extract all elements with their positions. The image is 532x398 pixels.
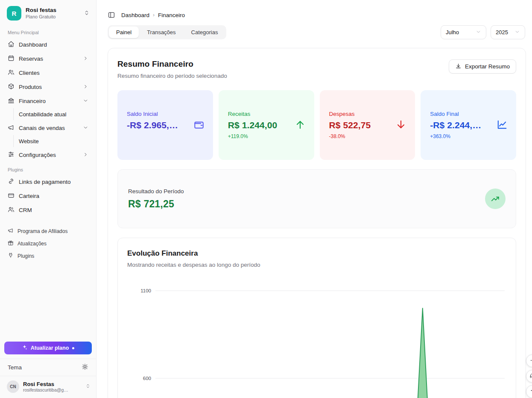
bank-icon bbox=[8, 97, 15, 105]
sidebar-item-carteira[interactable]: Carteira bbox=[3, 189, 93, 203]
sidebar-section-plugins: Plugins bbox=[0, 162, 96, 175]
stat-card-despesas: Despesas R$ 522,75 -38.0% bbox=[320, 90, 415, 160]
user-avatar: CN bbox=[7, 380, 19, 393]
svg-text:1100: 1100 bbox=[140, 288, 151, 293]
tab-painel[interactable]: Painel bbox=[109, 27, 139, 38]
evolution-subtitle: Mostrando receitas e despesas ao longo d… bbox=[127, 262, 506, 268]
workspace-name: Rosi festas bbox=[26, 7, 56, 14]
sidebar-item-label: Plugins bbox=[18, 253, 34, 259]
sidebar-item-configuracoes[interactable]: Configurações bbox=[3, 148, 93, 162]
chevron-right-icon bbox=[83, 56, 88, 62]
theme-label: Tema bbox=[8, 364, 22, 371]
sliders-icon bbox=[8, 151, 15, 159]
chevron-down-icon bbox=[83, 125, 88, 132]
svg-text:600: 600 bbox=[143, 376, 151, 381]
month-select-value: Julho bbox=[446, 29, 459, 35]
stat-delta: -38.0% bbox=[329, 133, 406, 139]
headphones-icon bbox=[529, 373, 532, 380]
period-result-label: Resultado do Período bbox=[128, 188, 184, 195]
sidebar-item-label: Carteira bbox=[19, 193, 39, 199]
period-result-value: R$ 721,25 bbox=[128, 198, 184, 210]
link-icon bbox=[8, 178, 15, 186]
chevron-down-icon bbox=[83, 98, 88, 105]
home-icon bbox=[8, 41, 15, 49]
month-select[interactable]: Julho bbox=[441, 25, 486, 39]
sidebar-item-links-de-pagamento[interactable]: Links de pagamento bbox=[3, 175, 93, 189]
workspace-switcher[interactable]: R Rosi festas Plano Gratuito bbox=[0, 0, 96, 25]
calendar-icon bbox=[8, 55, 15, 63]
gift-icon bbox=[8, 240, 14, 247]
sidebar-item-label: Contabilidade atual bbox=[19, 111, 66, 118]
sidebar-item-label: Dashboard bbox=[19, 41, 47, 48]
plug-icon bbox=[8, 252, 14, 259]
sidebar-toggle-icon[interactable] bbox=[108, 11, 115, 19]
stat-value: -R$ 2.244,… bbox=[430, 120, 498, 130]
sidebar-item-website[interactable]: Website bbox=[14, 135, 93, 147]
sidebar-item-atualizacoes[interactable]: Atualizações bbox=[3, 237, 93, 250]
year-select-value: 2025 bbox=[496, 29, 508, 35]
sparkles-icon bbox=[22, 345, 27, 351]
stat-card-receitas: Receitas R$ 1.244,00 +119.0% bbox=[219, 90, 314, 160]
user-menu[interactable]: CN Rosi Festas rosifestascuritiba@gm... bbox=[0, 376, 96, 398]
theme-row: Tema bbox=[0, 359, 96, 376]
users-icon bbox=[8, 69, 15, 77]
evolution-card: Evolução Financeira Mostrando receitas e… bbox=[117, 238, 516, 398]
stat-delta: +363.0% bbox=[430, 133, 507, 139]
breadcrumb: Dashboard › Financeiro bbox=[121, 12, 185, 18]
sidebar-item-dashboard[interactable]: Dashboard bbox=[3, 38, 93, 51]
sidebar-item-label: Links de pagamento bbox=[19, 179, 71, 185]
year-select[interactable]: 2025 bbox=[491, 25, 525, 39]
upgrade-plan-label: Atualizar plano bbox=[31, 345, 69, 351]
megaphone-icon bbox=[8, 124, 15, 132]
sidebar-item-canais-de-vendas[interactable]: Canais de vendas bbox=[3, 121, 93, 135]
sidebar-item-label: Canais de vendas bbox=[19, 125, 65, 131]
arrow-down-icon bbox=[395, 119, 406, 131]
sidebar-item-financeiro[interactable]: Financeiro bbox=[3, 94, 93, 108]
sidebar-item-produtos[interactable]: Produtos bbox=[3, 80, 93, 94]
stat-value: R$ 522,75 bbox=[329, 120, 398, 130]
megaphone-icon bbox=[8, 227, 14, 235]
sidebar: R Rosi festas Plano Gratuito Menu Princi… bbox=[0, 0, 96, 398]
financeiro-subgroup: Contabilidade atual bbox=[13, 108, 93, 120]
sidebar-item-clientes[interactable]: Clientes bbox=[3, 66, 93, 80]
sidebar-item-label: Atualizações bbox=[18, 241, 47, 247]
line-chart-icon bbox=[497, 119, 508, 131]
export-summary-label: Exportar Resumo bbox=[465, 63, 510, 70]
evolution-title: Evolução Financeira bbox=[127, 249, 506, 258]
user-name: Rosi Festas bbox=[23, 381, 70, 388]
financial-summary-card: Resumo Financeiro Resumo financeiro do p… bbox=[108, 48, 526, 398]
stat-label: Receitas bbox=[228, 111, 305, 117]
tab-categorias[interactable]: Categorias bbox=[184, 27, 225, 38]
upgrade-dot bbox=[72, 347, 74, 349]
stat-label: Despesas bbox=[329, 111, 406, 117]
sidebar-section-menu: Menu Principal bbox=[0, 25, 96, 38]
sidebar-item-crm[interactable]: CRM bbox=[3, 203, 93, 217]
tab-transacoes[interactable]: Transações bbox=[140, 27, 183, 38]
package-icon bbox=[8, 83, 15, 91]
stat-label: Saldo Final bbox=[430, 111, 507, 117]
stats-row: Saldo Inicial -R$ 2.965,… Receitas R$ 1.… bbox=[117, 90, 516, 160]
sidebar-item-label: CRM bbox=[19, 207, 32, 213]
period-result-card: Resultado do Período R$ 721,25 bbox=[117, 169, 516, 228]
sidebar-item-contabilidade-atual[interactable]: Contabilidade atual bbox=[14, 108, 93, 120]
trending-up-icon bbox=[485, 189, 506, 209]
breadcrumb-dashboard[interactable]: Dashboard bbox=[121, 12, 149, 18]
summary-title: Resumo Financeiro bbox=[117, 59, 227, 69]
evolution-chart: 1100600 bbox=[127, 278, 516, 398]
download-icon bbox=[455, 63, 462, 71]
upgrade-plan-button[interactable]: Atualizar plano bbox=[4, 342, 92, 354]
export-summary-button[interactable]: Exportar Resumo bbox=[449, 59, 516, 74]
sidebar-item-label: Produtos bbox=[19, 84, 42, 90]
main-content: Dashboard › Financeiro Painel Transações… bbox=[96, 0, 532, 398]
sun-icon[interactable] bbox=[82, 363, 88, 371]
sidebar-item-label: Clientes bbox=[19, 70, 40, 76]
wallet-icon bbox=[193, 119, 205, 131]
stat-delta: +119.0% bbox=[228, 133, 305, 139]
breadcrumb-current: Financeiro bbox=[158, 12, 185, 18]
sidebar-item-reservas[interactable]: Reservas bbox=[3, 52, 93, 65]
sidebar-item-programa-de-afiliados[interactable]: Programa de Afiliados bbox=[3, 225, 93, 237]
stat-card-saldo-inicial: Saldo Inicial -R$ 2.965,… bbox=[117, 90, 213, 160]
canais-subgroup: Website bbox=[13, 135, 93, 147]
sidebar-item-label: Website bbox=[19, 138, 39, 144]
sidebar-item-plugins[interactable]: Plugins bbox=[3, 250, 93, 262]
